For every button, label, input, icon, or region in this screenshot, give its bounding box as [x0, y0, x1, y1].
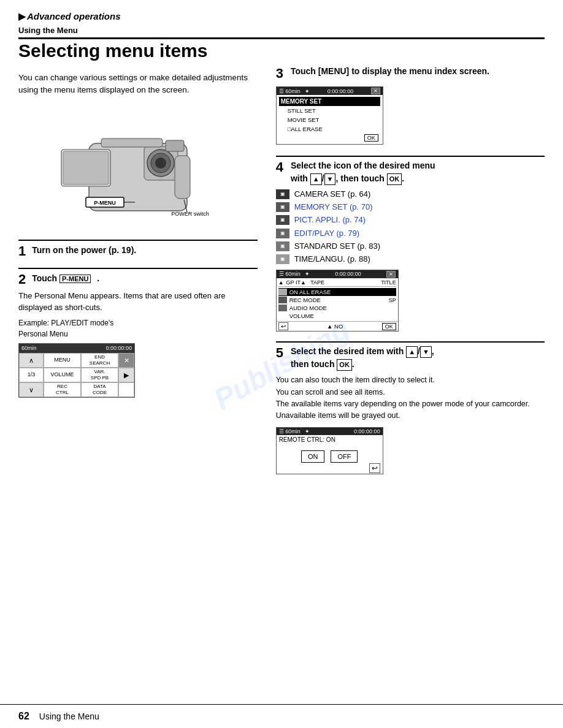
step3-screen-header: ☰ 60min ✦ 0:00:00:00 ✕ — [277, 87, 383, 95]
using-menu-label: Using the Menu — [18, 26, 545, 35]
volume-text: VOLUME — [278, 313, 314, 319]
step4-row-volume[interactable]: VOLUME — [278, 312, 396, 320]
step2-number: 2 — [18, 271, 26, 287]
audio-icon — [278, 305, 287, 311]
edit-play-label: EDIT/PLAY (p. 79) — [294, 228, 359, 239]
right-column: 3 Touch [MENU] to display the menu index… — [270, 66, 545, 704]
svg-rect-7 — [175, 156, 190, 199]
menu-item-memory: ▣ MEMORY SET (p. 70) — [276, 202, 545, 213]
section-title: Selecting menu items — [18, 40, 545, 61]
pm-right-btn[interactable]: ▶ — [118, 368, 134, 382]
step-4: 4 Select the icon of the desired menu wi… — [276, 156, 545, 332]
audio-text: AUDIO MODE — [289, 305, 327, 311]
pm-end-search-cell[interactable]: ENDSEARCH — [81, 353, 118, 368]
step5-screen: ☰ 60min ✦ 0:00:00:00 REMOTE CTRL: ON ON … — [276, 427, 383, 474]
menu-item-standard: ▣ STANDARD SET (p. 83) — [276, 241, 545, 252]
step3-title: Touch [MENU] to display the menu index s… — [291, 66, 489, 78]
all-erase-text: ON ALL ERASE — [289, 289, 331, 295]
step5-sh-left: ☰ 60min ✦ — [279, 428, 310, 434]
intro-text: You can change various settings or make … — [18, 72, 258, 97]
step3-screen-body: MEMORY SET STILL SET MOVIE SET □ALL ERAS… — [277, 95, 383, 144]
step4-screen-footer: ↩ ▲ NO OK — [277, 321, 398, 331]
step4-footer-ok[interactable]: OK — [382, 323, 396, 330]
step2-title-suffix: . — [97, 273, 99, 283]
step3-number: 3 — [276, 66, 283, 82]
step3-close-btn[interactable]: ✕ — [371, 88, 380, 94]
pict-appli-label: PICT. APPLI. (p. 74) — [294, 214, 366, 226]
step4-close-btn[interactable]: ✕ — [386, 271, 396, 278]
svg-rect-2 — [63, 151, 109, 184]
personal-menu-screen: 60min 0:00:00:00 ∧ MENU ENDSEARCH ✕ 1/3 … — [18, 343, 135, 398]
step4-row-all-erase[interactable]: ON ALL ERASE — [278, 288, 396, 296]
page-container: Publishing Advanced operations Using the… — [0, 0, 563, 728]
step3-ok-row: OK — [279, 134, 380, 142]
step3-menu-item-3[interactable]: □ALL ERASE — [279, 124, 380, 134]
step4-back-btn[interactable]: ↩ — [278, 322, 288, 330]
svg-text:POWER switch: POWER switch — [171, 211, 209, 217]
camera-svg: P-MENU POWER switch — [52, 107, 224, 229]
step4-ok-key: OK — [387, 173, 402, 185]
pm-menu-cell[interactable]: MENU — [44, 353, 81, 368]
pm-header-right: 0:00:00:00 — [105, 344, 132, 353]
step5-on-btn[interactable]: ON — [301, 450, 325, 463]
step1-title: Turn on the power (p. 19). — [32, 245, 136, 255]
page-footer: 62 Using the Menu — [0, 704, 563, 728]
step3-header-right: 0:00:00:00 — [327, 88, 354, 94]
pm-var-spd-cell[interactable]: VAR.SPD PB — [81, 368, 118, 382]
footer-label: Using the Menu — [39, 711, 99, 721]
step2-divider — [18, 268, 258, 269]
step5-back-icon[interactable]: ↩ — [369, 463, 380, 473]
step5-line3: Unavailable items will be grayed out. — [276, 410, 545, 422]
pm-volume-cell[interactable]: VOLUME — [44, 368, 81, 382]
step4-sh-left: ☰ 60min ✦ — [279, 271, 310, 278]
step3-header-left: ☰ 60min ✦ — [279, 88, 310, 94]
step3-menu-item-2[interactable]: MOVIE SET — [279, 115, 380, 124]
menu-item-pict: ▣ PICT. APPLI. (p. 74) — [276, 214, 545, 226]
step5-sh-right: 0:00:00:00 — [354, 428, 380, 434]
step2-pmenu-key: P-MENU — [59, 275, 91, 283]
step4-footer-no[interactable]: ▲ NO — [327, 323, 343, 330]
step1-divider — [18, 240, 258, 241]
edit-play-icon: ▣ — [276, 229, 289, 238]
step3-menu-item-0[interactable]: MEMORY SET — [279, 97, 380, 106]
page-number: 62 — [18, 711, 29, 722]
step5-divider — [276, 341, 545, 343]
step4-row-audio[interactable]: AUDIO MODE — [278, 304, 396, 312]
menu-item-time: ▣ TIME/LANGU. (p. 88) — [276, 254, 545, 265]
svg-rect-8 — [101, 138, 163, 147]
step4-screen: ☰ 60min ✦ 0:00:00:00 ✕ ▲ GP IT▲ TAPE TIT… — [276, 270, 399, 332]
standard-set-label: STANDARD SET (p. 83) — [294, 241, 380, 252]
standard-set-icon: ▣ — [276, 241, 289, 251]
step5-title: Select the desired item with ▲/▼,then to… — [291, 345, 545, 371]
pm-data-code-cell[interactable]: DATACODE — [81, 382, 118, 397]
step1-number: 1 — [18, 243, 26, 259]
step2-title-prefix: Touch — [32, 273, 59, 283]
step4-sh-right: 0:00:00:00 — [335, 271, 361, 278]
menu-icon-list: ▣ CAMERA SET (p. 64) ▣ MEMORY SET (p. 70… — [276, 189, 545, 265]
step3-ok-btn[interactable]: OK — [364, 134, 378, 142]
step-5: 5 Select the desired item with ▲/▼,then … — [276, 341, 545, 474]
step4-arrows-key2: ▼ — [324, 173, 336, 185]
pict-appli-icon: ▣ — [276, 215, 289, 225]
step3-menu-item-1[interactable]: STILL SET — [279, 106, 380, 115]
camera-set-icon: ▣ — [276, 189, 289, 199]
step5-screen-footer: ↩ — [277, 463, 383, 474]
svg-text:P-MENU: P-MENU — [94, 200, 116, 206]
svg-point-6 — [155, 157, 166, 169]
step5-off-btn[interactable]: OFF — [331, 450, 358, 463]
step4-divider — [276, 156, 545, 157]
time-langu-icon: ▣ — [276, 254, 289, 264]
step5-remote-buttons: ON OFF — [277, 450, 383, 463]
pm-rec-ctrl-cell[interactable]: RECCTRL — [44, 382, 81, 397]
menu-item-camera: ▣ CAMERA SET (p. 64) — [276, 189, 545, 200]
pm-empty-cell — [118, 382, 134, 397]
step5-body: You can also touch the item directly to … — [276, 374, 545, 422]
step2-body: The Personal Menu appears. Items that ar… — [18, 290, 258, 398]
step-3: 3 Touch [MENU] to display the menu index… — [276, 66, 545, 145]
svg-rect-9 — [166, 140, 184, 151]
pm-up-btn[interactable]: ∧ — [19, 353, 44, 368]
all-erase-icon — [278, 289, 287, 295]
step4-row-rec-mode[interactable]: REC MODE SP — [278, 296, 396, 304]
pm-down-btn[interactable]: ∨ — [19, 382, 44, 397]
pm-close-btn[interactable]: ✕ — [118, 353, 134, 368]
